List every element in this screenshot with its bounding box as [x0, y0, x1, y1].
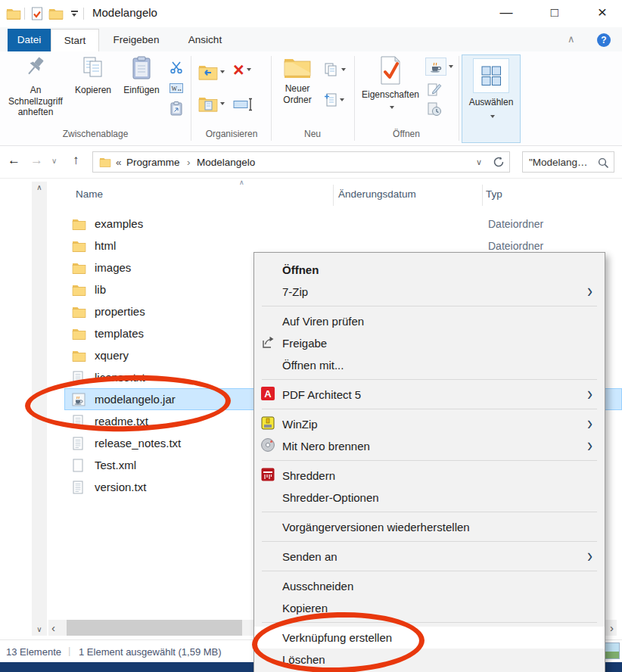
pin-icon: [26, 72, 45, 82]
context-menu-item[interactable]: A Mit Nero brennen: [254, 435, 605, 457]
paste-button[interactable]: Einfügen: [117, 56, 166, 96]
easy-access-button[interactable]: [324, 62, 346, 77]
column-header-name[interactable]: Name: [76, 188, 103, 200]
file-name: templates: [95, 327, 144, 340]
address-dropdown-icon[interactable]: ∨: [476, 157, 482, 167]
move-to-icon: [198, 64, 218, 80]
delete-button[interactable]: ×: [233, 61, 251, 78]
file-icon: [72, 437, 87, 450]
ribbon-separator: [191, 56, 191, 141]
menu-item-label: Öffnen mit...: [282, 359, 344, 372]
sort-ascending-icon: ∧: [239, 179, 244, 186]
menu-item-icon: A: [260, 489, 277, 506]
tab-start[interactable]: Start: [51, 29, 99, 51]
maximize-button[interactable]: □: [543, 5, 566, 20]
ribbon-collapse-icon[interactable]: ∧: [568, 33, 575, 45]
quick-access-new-folder-icon[interactable]: [48, 8, 64, 23]
pdf-architect-icon: A: [260, 386, 275, 401]
folder-icon: [72, 306, 86, 318]
quick-access-properties-icon[interactable]: [31, 7, 43, 23]
back-icon[interactable]: ←: [8, 153, 20, 168]
cut-button[interactable]: [169, 61, 183, 74]
file-icon: [72, 261, 87, 275]
new-folder-button[interactable]: Neuer Ordner: [274, 56, 321, 105]
scroll-left-icon[interactable]: ‹: [51, 621, 55, 634]
tab-ansicht[interactable]: Ansicht: [182, 29, 229, 51]
search-value: "Modelang…: [529, 157, 596, 168]
context-menu-item[interactable]: A Senden an: [254, 546, 605, 568]
close-button[interactable]: ×: [591, 3, 614, 21]
copy-button[interactable]: Kopieren: [70, 56, 117, 96]
submenu-arrow-icon: [587, 544, 592, 567]
window-title: Modelangelo: [92, 6, 157, 19]
context-menu-item[interactable]: A Vorgängerversionen wiederherstellen: [254, 516, 605, 538]
paste-shortcut-button[interactable]: [170, 101, 182, 116]
rename-button[interactable]: [233, 97, 253, 112]
scroll-down-icon[interactable]: ∨: [32, 625, 47, 633]
up-icon[interactable]: ↑: [73, 153, 79, 168]
new-item-icon: [324, 92, 337, 107]
column-separator[interactable]: [482, 185, 483, 206]
address-input[interactable]: « Programme › Modelangelo ∨: [92, 151, 489, 173]
scroll-right-icon[interactable]: ›: [610, 621, 614, 634]
column-separator[interactable]: [333, 185, 334, 206]
minimize-button[interactable]: —: [495, 5, 518, 20]
new-item-caret-icon: [340, 98, 344, 101]
file-row[interactable]: examples Dateiordner: [64, 213, 622, 235]
breadcrumb-separator-icon[interactable]: ›: [187, 157, 191, 168]
breadcrumb-parent[interactable]: Programme: [126, 157, 180, 168]
menu-item-label: 7-Zip: [282, 285, 308, 298]
file-icon: [72, 349, 87, 362]
menu-item-icon: A: [260, 437, 277, 454]
scroll-up-icon[interactable]: ∧: [32, 183, 47, 191]
delete-caret-icon: [247, 68, 251, 71]
context-menu-item[interactable]: A Shreddern: [254, 465, 605, 487]
menu-separator: [262, 379, 597, 380]
context-menu-item[interactable]: A Ausschneiden: [254, 575, 605, 597]
properties-button[interactable]: Eigenschaften: [359, 56, 422, 111]
context-menu-item[interactable]: A PDF Architect 5: [254, 384, 605, 406]
svg-text:W: W: [172, 86, 178, 92]
context-menu-item[interactable]: A Shredder-Optionen: [254, 487, 605, 509]
select-caret-icon: [490, 115, 495, 118]
text-file-icon: [72, 437, 84, 450]
history-button[interactable]: [427, 101, 442, 117]
search-icon[interactable]: [598, 157, 609, 172]
column-header-type[interactable]: Typ: [486, 188, 502, 200]
menu-item-label: Vorgängerversionen wiederherstellen: [282, 521, 470, 534]
move-to-button[interactable]: [198, 64, 225, 80]
delete-x-icon: ×: [233, 61, 244, 78]
copy-to-button[interactable]: [198, 95, 225, 112]
context-menu-item[interactable]: A WinZip: [254, 413, 605, 435]
context-menu-item[interactable]: A Öffnen mit...: [254, 354, 605, 376]
breadcrumb-current[interactable]: Modelangelo: [197, 157, 255, 168]
refresh-icon: [493, 156, 505, 168]
new-item-button[interactable]: [324, 92, 344, 107]
forward-icon[interactable]: →: [30, 153, 43, 168]
pin-to-quick-access-button[interactable]: An Schnellzugriff anheften: [3, 56, 68, 118]
recent-locations-icon[interactable]: ∨: [51, 157, 57, 165]
context-menu-item[interactable]: A Auf Viren prüfen: [254, 310, 605, 332]
context-menu-item[interactable]: A Öffnen: [254, 259, 605, 281]
quick-access-customize-icon[interactable]: [71, 11, 78, 17]
context-menu-item[interactable]: A Freigabe: [254, 332, 605, 354]
help-icon[interactable]: ?: [597, 33, 611, 47]
tab-freigeben[interactable]: Freigeben: [108, 29, 164, 51]
select-button[interactable]: Auswählen: [462, 54, 521, 143]
context-menu-item[interactable]: A 7-Zip: [254, 281, 605, 303]
column-header-modified[interactable]: Änderungsdatum: [338, 188, 416, 200]
paste-label: Einfügen: [117, 85, 166, 95]
refresh-button[interactable]: [488, 151, 510, 173]
edit-button[interactable]: [427, 82, 442, 97]
horizontal-scrollbar-thumb[interactable]: [67, 620, 242, 636]
easy-access-icon: [324, 62, 339, 77]
shredder-icon: [260, 467, 275, 482]
clipboard-group-label: Zwischenablage: [0, 129, 191, 139]
tab-datei[interactable]: Datei: [8, 29, 51, 51]
search-input[interactable]: "Modelang…: [522, 151, 614, 173]
copy-path-button[interactable]: W: [169, 83, 183, 93]
open-file-button[interactable]: [425, 58, 453, 76]
scissors-icon: [169, 61, 183, 74]
new-folder-icon: [284, 70, 311, 81]
menu-separator: [262, 571, 597, 571]
